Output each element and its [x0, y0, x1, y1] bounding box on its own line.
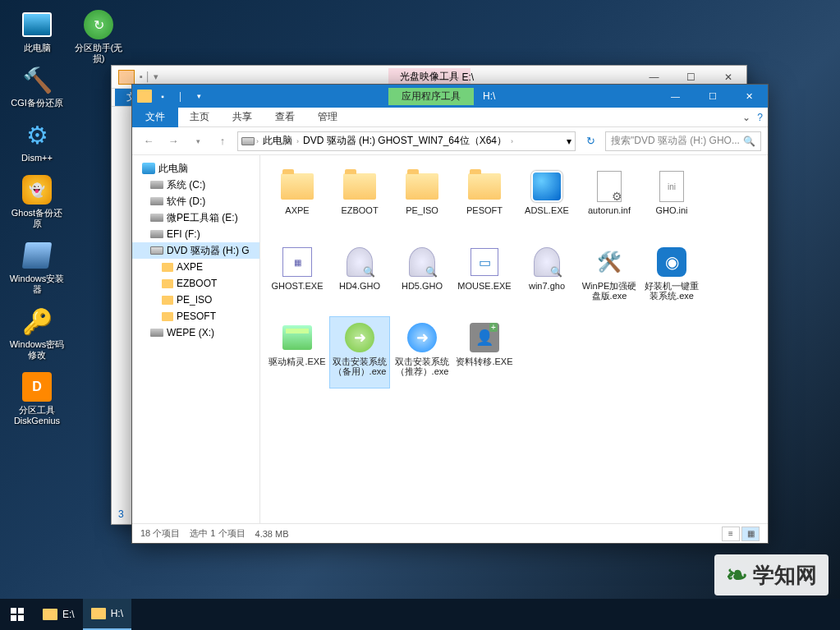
tree-drive-x[interactable]: WEPE (X:)	[132, 324, 259, 341]
file-item[interactable]: PE_ISO	[392, 165, 452, 237]
folder-qat-icon[interactable]	[118, 70, 135, 85]
breadcrumb-thispc[interactable]: 此电脑	[260, 134, 295, 148]
file-label: PESOFT	[466, 205, 503, 215]
file-label: PE_ISO	[406, 205, 438, 215]
ribbon-expand-icon[interactable]: ⌄	[742, 112, 750, 123]
file-icon: ➜	[342, 320, 378, 355]
file-label: WinPE加强硬盘版.exe	[580, 281, 639, 301]
search-box[interactable]: 搜索"DVD 驱动器 (H:) GHO... 🔍	[605, 131, 761, 151]
recent-dropdown-icon[interactable]: ▾	[188, 131, 208, 151]
maximize-button-back[interactable]: ☐	[672, 69, 709, 85]
tree-thispc[interactable]: 此电脑	[132, 160, 259, 177]
breadcrumb-drive[interactable]: DVD 驱动器 (H:) GHOST_WIN7_64位（X64）	[301, 134, 509, 148]
file-item[interactable]: EZBOOT	[329, 165, 390, 237]
maximize-button[interactable]: ☐	[694, 85, 731, 108]
file-item[interactable]: ▦GHOST.EXE	[267, 241, 328, 313]
desktop-icon-wininstall[interactable]: Windows安装器	[8, 239, 66, 295]
desktop-icons-col2: ↻分区助手(无损)	[70, 8, 127, 64]
status-count: 18 个项目	[140, 527, 180, 540]
ribbon-tab-home[interactable]: 主页	[178, 108, 221, 126]
start-button[interactable]	[0, 599, 34, 630]
desktop-icon-partassist[interactable]: ↻分区助手(无损)	[70, 8, 127, 64]
tree-drive-e[interactable]: 微PE工具箱 (E:)	[132, 209, 259, 226]
tree-folder-axpe[interactable]: AXPE	[132, 259, 259, 275]
file-item[interactable]: 驱动精灵.EXE	[267, 316, 328, 389]
file-item[interactable]: PESOFT	[454, 165, 515, 237]
taskbar-item-e[interactable]: E:\	[34, 599, 83, 630]
minimize-button[interactable]: —	[657, 85, 694, 108]
tree-drive-h[interactable]: DVD 驱动器 (H:) G	[132, 242, 259, 259]
titlebar[interactable]: ▪ │ ▾ 应用程序工具 H:\ — ☐ ✕	[132, 85, 768, 108]
folder-qat-icon[interactable]	[137, 90, 152, 103]
qat-dropdown-icon[interactable]: ▾	[191, 90, 206, 103]
file-item[interactable]: ▭MOUSE.EXE	[454, 241, 515, 313]
tree-folder-ezboot[interactable]: EZBOOT	[132, 275, 259, 292]
tree-drive-c[interactable]: 系统 (C:)	[132, 177, 259, 193]
address-bar[interactable]: › 此电脑 › DVD 驱动器 (H:) GHOST_WIN7_64位（X64）…	[237, 131, 576, 151]
file-label: GHO.ini	[655, 205, 687, 215]
nav-bar: ← → ▾ ↑ › 此电脑 › DVD 驱动器 (H:) GHOST_WIN7_…	[132, 127, 768, 155]
context-tab[interactable]: 应用程序工具	[388, 88, 474, 105]
taskbar-item-h[interactable]: H:\	[83, 599, 131, 630]
file-label: MOUSE.EXE	[457, 281, 511, 291]
status-bar: 18 个项目 选中 1 个项目 4.38 MB ≡ ▦	[132, 523, 768, 543]
file-label: 好装机一键重装系统.exe	[642, 281, 701, 301]
leaf-icon: ❧	[726, 559, 748, 591]
file-item[interactable]: autorun.inf	[579, 165, 640, 237]
tree-drive-d[interactable]: 软件 (D:)	[132, 193, 259, 209]
view-icons-button[interactable]: ▦	[741, 527, 760, 541]
qat-properties-icon[interactable]: ▪	[155, 90, 170, 103]
file-item[interactable]: 👤资料转移.EXE	[454, 316, 515, 389]
desktop-icon-cgi[interactable]: 🔨CGI备份还原	[8, 63, 66, 108]
file-item[interactable]: AXPE	[267, 165, 328, 237]
ribbon-tab-share[interactable]: 共享	[221, 108, 264, 126]
ribbon-tab-manage[interactable]: 管理	[306, 108, 349, 126]
refresh-button[interactable]: ↻	[581, 131, 600, 151]
file-item[interactable]: ADSL.EXE	[516, 165, 577, 237]
file-item[interactable]: HD4.GHO	[329, 241, 390, 313]
status-size: 4.38 MB	[255, 529, 289, 539]
up-button[interactable]: ↑	[213, 131, 232, 151]
ribbon-tab-view[interactable]: 查看	[264, 108, 306, 126]
view-details-button[interactable]: ≡	[722, 527, 740, 541]
file-label: 驱动精灵.EXE	[269, 356, 325, 366]
close-button[interactable]: ✕	[731, 85, 768, 108]
tree-folder-pesoft[interactable]: PESOFT	[132, 308, 259, 324]
file-tab[interactable]: 文件	[132, 108, 178, 127]
svg-rect-0	[11, 608, 16, 614]
minimize-button-back[interactable]: —	[636, 69, 672, 85]
file-label: 双击安装系统（推荐）.exe	[392, 356, 452, 376]
desktop-icon-dism[interactable]: ⚙Dism++	[8, 118, 66, 163]
help-icon[interactable]: ?	[757, 112, 763, 123]
tree-folder-peiso[interactable]: PE_ISO	[132, 292, 259, 308]
file-item[interactable]: ◉好装机一键重装系统.exe	[641, 241, 702, 313]
svg-rect-3	[18, 615, 24, 621]
file-icon	[466, 169, 503, 204]
desktop-icon-ghost[interactable]: 👻Ghost备份还原	[8, 173, 66, 229]
file-item[interactable]: iniGHO.ini	[641, 165, 702, 237]
explorer-window-front[interactable]: ▪ │ ▾ 应用程序工具 H:\ — ☐ ✕ 文件 主页 共享 查看 管理 ⌄ …	[131, 84, 769, 544]
file-item[interactable]: HD5.GHO	[392, 241, 452, 313]
file-item[interactable]: ➜双击安装系统（备用）.exe	[329, 316, 390, 389]
context-tab-back[interactable]: 光盘映像工具	[388, 68, 470, 85]
file-label: 资料转移.EXE	[456, 356, 512, 366]
tree-drive-f[interactable]: EFI (F:)	[132, 226, 259, 242]
desktop-icon-winpwd[interactable]: 🔑Windows密码修改	[8, 305, 66, 361]
watermark: ❧ 学知网	[714, 554, 829, 596]
taskbar[interactable]: E:\ H:\	[0, 599, 840, 630]
file-item[interactable]: ➜双击安装系统（推荐）.exe	[392, 316, 452, 389]
file-list[interactable]: AXPEEZBOOTPE_ISOPESOFTADSL.EXEautorun.in…	[260, 155, 768, 523]
file-item[interactable]: 🛠️WinPE加强硬盘版.exe	[579, 241, 640, 313]
close-button-back[interactable]: ✕	[709, 69, 746, 85]
status-selection: 选中 1 个项目	[190, 527, 245, 540]
desktop-icon-thispc[interactable]: 此电脑	[8, 8, 66, 53]
file-label: ADSL.EXE	[525, 205, 569, 215]
forward-button[interactable]: →	[163, 131, 183, 151]
nav-tree[interactable]: 此电脑 系统 (C:) 软件 (D:) 微PE工具箱 (E:) EFI (F:)…	[132, 155, 260, 523]
search-icon[interactable]: 🔍	[743, 136, 755, 147]
file-icon	[529, 169, 565, 204]
desktop-icon-diskgenius[interactable]: D分区工具DiskGenius	[8, 370, 66, 426]
back-button[interactable]: ←	[139, 131, 158, 151]
file-item[interactable]: win7.gho	[516, 241, 577, 313]
address-dropdown-icon[interactable]: ▾	[567, 136, 571, 147]
